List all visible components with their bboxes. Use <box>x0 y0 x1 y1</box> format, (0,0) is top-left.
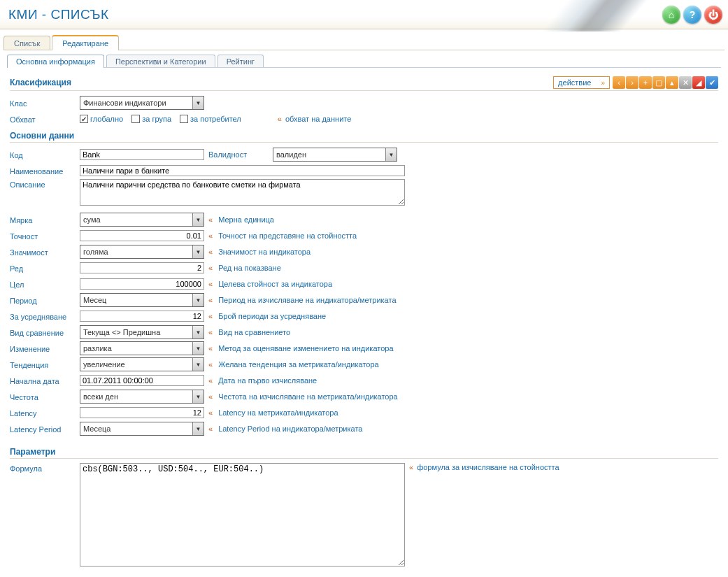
checkbox-group[interactable] <box>131 115 140 123</box>
row-precision: Точност « Точност на представяне на стой… <box>10 228 718 243</box>
delete-icon[interactable]: ◢ <box>692 76 705 89</box>
hint-prefix-icon: « <box>208 344 213 352</box>
hint-measure: Мерна единица <box>218 215 274 224</box>
hint-period: Период на изчисляване на индикатора/метр… <box>218 296 396 304</box>
hint-latency: Latency на метриката/индикатора <box>218 408 338 417</box>
label-latency: Latency <box>10 408 80 418</box>
formula-textarea[interactable] <box>80 463 405 567</box>
hint-change: Метод за оценяване изменението на индика… <box>218 344 393 352</box>
code-input[interactable] <box>80 149 204 160</box>
section-parameters-title: Параметри <box>10 447 55 457</box>
action-arrow-icon: » <box>601 79 605 87</box>
row-scope: Обхват ✔ глобално за група за потребител… <box>10 111 718 127</box>
save-icon[interactable]: ▢ <box>652 76 665 89</box>
checkbox-user[interactable] <box>180 115 188 123</box>
hint-prefix-icon: « <box>409 463 413 471</box>
label-validity: Валидност <box>208 150 269 159</box>
label-latencyperiod: Latency Period <box>10 424 80 434</box>
subtab-basic[interactable]: Основна информация <box>7 55 104 68</box>
averaging-input[interactable] <box>80 311 204 322</box>
row-averaging: За усредняване « Брой периоди за усредня… <box>10 308 718 324</box>
tab-edit[interactable]: Редактиране <box>52 35 119 50</box>
frequency-value: всеки ден <box>83 392 118 401</box>
row-code: Код Валидност валиден ▼ <box>10 147 718 162</box>
chevron-down-icon: ▼ <box>192 342 204 355</box>
change-select[interactable]: разлика ▼ <box>80 341 204 355</box>
cancel-icon[interactable]: ✕ <box>679 76 692 89</box>
latencyperiod-value: Месеца <box>83 425 110 433</box>
label-precision: Точност <box>10 231 80 241</box>
row-formula: Формула « формула за изчисляване на стой… <box>10 463 718 567</box>
row-latency: Latency « Latency на метриката/индикатор… <box>10 405 718 420</box>
help-icon[interactable]: ? <box>683 6 701 24</box>
chevron-down-icon: ▼ <box>192 245 204 258</box>
hint-formula: формула за изчисляване на стойността <box>417 463 559 471</box>
label-description: Описание <box>10 179 80 189</box>
label-period: Период <box>10 295 80 305</box>
startdate-input[interactable] <box>80 375 204 386</box>
row-target: Цел « Целева стойност за индикатора <box>10 276 718 292</box>
measure-select[interactable]: сума ▼ <box>80 213 204 227</box>
up-icon[interactable]: ▴ <box>666 76 678 89</box>
class-select[interactable]: Финансови индикатори ▼ <box>80 96 204 110</box>
confirm-icon[interactable]: ✔ <box>706 76 718 89</box>
scope-user-label: за потребител <box>190 115 241 123</box>
section-basicdata: Основни данни <box>10 131 718 143</box>
hint-prefix-icon: « <box>208 215 213 224</box>
row-class: Клас Финансови индикатори ▼ <box>10 95 718 111</box>
hint-comptype: Вид на сравнението <box>218 328 290 336</box>
label-formula: Формула <box>10 463 80 473</box>
target-input[interactable] <box>80 278 204 290</box>
chevron-down-icon: ▼ <box>192 213 204 226</box>
importance-select[interactable]: голяма ▼ <box>80 245 204 259</box>
latencyperiod-select[interactable]: Месеца ▼ <box>80 422 204 436</box>
chevron-down-icon: ▼ <box>192 326 204 339</box>
name-input[interactable] <box>80 165 405 176</box>
change-value: разлика <box>83 344 112 352</box>
comptype-select[interactable]: Текуща <> Предишна ▼ <box>80 325 204 339</box>
label-startdate: Начална дата <box>10 376 80 385</box>
hint-latencyperiod: Latency Period на индикатора/метриката <box>218 425 362 433</box>
action-dropdown[interactable]: действие » <box>553 76 610 89</box>
hint-target: Целева стойност за индикатора <box>218 280 332 288</box>
subtab-rating[interactable]: Рейтинг <box>217 55 264 67</box>
tab-list[interactable]: Списък <box>3 36 50 50</box>
latency-input[interactable] <box>80 407 204 418</box>
chevron-down-icon: ▼ <box>192 390 204 403</box>
label-averaging: За усредняване <box>10 311 80 321</box>
trend-select[interactable]: увеличение ▼ <box>80 357 204 371</box>
checkbox-global[interactable]: ✔ <box>80 115 88 123</box>
hint-startdate: Дата на първо изчисляване <box>218 376 317 385</box>
prev-icon[interactable]: ‹ <box>613 76 625 89</box>
header-bar: КМИ - СПИСЪК ⌂ ? ⏻ <box>0 0 728 29</box>
power-icon[interactable]: ⏻ <box>704 6 722 24</box>
precision-input[interactable] <box>80 230 204 241</box>
row-measure: Мярка сума ▼ « Мерна единица <box>10 212 718 227</box>
label-scope: Обхват <box>10 114 80 124</box>
content-area: Класификация действие » ‹ › + ▢ ▴ ✕ ◢ ✔ … <box>0 68 728 577</box>
next-icon[interactable]: › <box>626 76 638 89</box>
period-select[interactable]: Месец ▼ <box>80 293 204 307</box>
row-comptype: Вид сравнение Текуща <> Предишна ▼ « Вид… <box>10 325 718 340</box>
hint-scope: обхват на данните <box>285 115 351 123</box>
chevron-down-icon: ▼ <box>192 97 204 109</box>
section-classification-title: Класификация <box>10 78 71 87</box>
home-icon[interactable]: ⌂ <box>662 6 680 24</box>
toolbar-icons: ‹ › + ▢ ▴ ✕ ◢ ✔ <box>613 76 718 89</box>
hint-prefix-icon: « <box>208 231 213 240</box>
subtab-perspectives[interactable]: Перспективи и Категории <box>106 55 215 67</box>
hint-prefix-icon: « <box>208 248 213 256</box>
label-change: Изменение <box>10 343 80 353</box>
hint-order: Ред на показване <box>218 264 281 272</box>
validity-select[interactable]: валиден ▼ <box>273 148 397 162</box>
row-period: Период Месец ▼ « Период на изчисляване н… <box>10 292 718 308</box>
period-value: Месец <box>83 296 106 304</box>
frequency-select[interactable]: всеки ден ▼ <box>80 390 204 404</box>
hint-prefix-icon: « <box>208 264 213 272</box>
order-input[interactable] <box>80 262 204 273</box>
add-icon[interactable]: + <box>639 76 652 89</box>
description-textarea[interactable] <box>80 179 405 206</box>
row-name: Наименование <box>10 163 718 178</box>
row-startdate: Начална дата « Дата на първо изчисляване <box>10 373 718 388</box>
label-frequency: Честота <box>10 392 80 401</box>
